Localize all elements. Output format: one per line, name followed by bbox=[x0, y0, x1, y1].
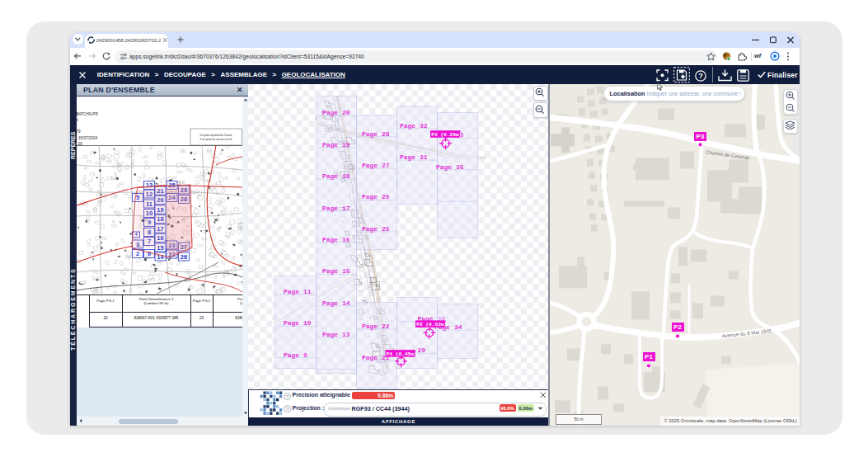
svg-text:Il ne peut en aucun cas êt: Il ne peut en aucun cas êt bbox=[200, 138, 232, 141]
svg-text:P1 (0.45m): P1 (0.45m) bbox=[386, 351, 416, 356]
svg-text:Page 15: Page 15 bbox=[322, 267, 350, 275]
svg-text:Page 19: Page 19 bbox=[322, 140, 350, 148]
svg-text:?: ? bbox=[286, 394, 289, 399]
svg-text:Page 25: Page 25 bbox=[362, 224, 390, 232]
svg-text:P3 (0.20m): P3 (0.20m) bbox=[431, 131, 462, 137]
svg-text:: 15/07/2024: : 15/07/2024 bbox=[77, 136, 97, 140]
svg-text:Page 18: Page 18 bbox=[322, 172, 350, 180]
svg-text:Page 10: Page 10 bbox=[284, 319, 312, 327]
svg-text:26: 26 bbox=[181, 253, 187, 261]
svg-text:?: ? bbox=[698, 72, 702, 80]
svg-text:Page 32: Page 32 bbox=[400, 121, 428, 129]
svg-text:29: 29 bbox=[78, 142, 83, 146]
svg-text:n: n bbox=[77, 118, 79, 122]
svg-text:13: 13 bbox=[146, 181, 152, 189]
svg-text:Page 13: Page 13 bbox=[322, 331, 350, 338]
svg-text:Page 16: Page 16 bbox=[322, 236, 350, 243]
svg-text:Page 22: Page 22 bbox=[362, 323, 390, 330]
svg-text:Page 11: Page 11 bbox=[284, 287, 312, 294]
svg-text:Page 26: Page 26 bbox=[362, 193, 390, 200]
svg-text:?: ? bbox=[286, 407, 289, 412]
svg-text:Page 35: Page 35 bbox=[435, 163, 463, 170]
svg-text:2: 2 bbox=[136, 250, 139, 257]
svg-text:Page 9: Page 9 bbox=[284, 351, 307, 358]
svg-text:P2 (0.53m): P2 (0.53m) bbox=[416, 322, 447, 327]
svg-text:Avenue du 8 Mai 1945: Avenue du 8 Mai 1945 bbox=[721, 327, 772, 338]
svg-text:Page 20: Page 20 bbox=[322, 109, 350, 116]
svg-text:29: 29 bbox=[417, 346, 425, 354]
svg-text:Page 31: Page 31 bbox=[400, 153, 428, 161]
svg-text:BATCHS-PR: BATCHS-PR bbox=[77, 112, 98, 116]
svg-text:Page 27: Page 27 bbox=[362, 162, 390, 169]
svg-text:79: 79 bbox=[77, 130, 81, 134]
svg-text:Page 17: Page 17 bbox=[322, 204, 350, 211]
svg-text:6: 6 bbox=[148, 250, 151, 257]
svg-text:Page 14: Page 14 bbox=[322, 299, 350, 306]
svg-text:Ce plan représente l'asser: Ce plan représente l'asser bbox=[199, 134, 232, 137]
svg-text:Page 28: Page 28 bbox=[362, 130, 390, 137]
